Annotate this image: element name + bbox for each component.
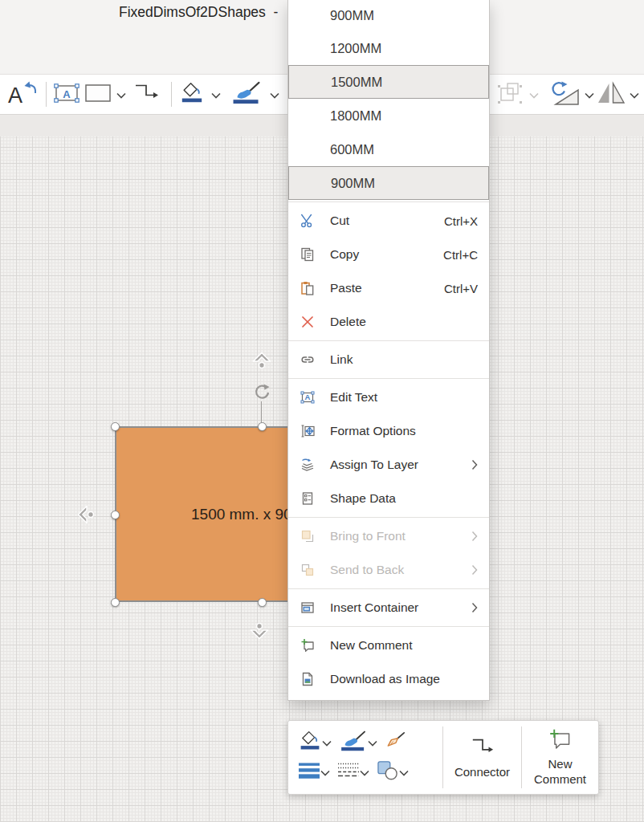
line-color-button[interactable]: [230, 75, 263, 114]
rotate-handle-icon[interactable]: [252, 383, 271, 402]
menu-item-label: Insert Container: [330, 600, 471, 615]
resize-handle-mid-left[interactable]: [111, 511, 120, 519]
menu-item-paste[interactable]: Paste Ctrl+V: [288, 271, 489, 305]
menu-item-label: Format Options: [330, 424, 478, 438]
format-icon-grid: [288, 721, 442, 794]
direction-arrow-left-icon[interactable]: [75, 503, 96, 526]
toolbar-separator: [171, 82, 172, 107]
menu-separator: [288, 626, 489, 627]
chevron-down-icon: [270, 87, 279, 102]
submenu-chevron-icon: [471, 602, 478, 613]
format-options-icon: [297, 422, 318, 440]
menu-item-new-comment[interactable]: New Comment: [288, 629, 489, 662]
resize-handle-top-center[interactable]: [258, 422, 267, 431]
rotate-dropdown[interactable]: [583, 75, 596, 114]
menu-item-copy[interactable]: Copy Ctrl+C: [288, 238, 489, 271]
menu-item-download-as-image[interactable]: Download as Image: [288, 662, 489, 696]
chevron-down-icon[interactable]: [322, 735, 332, 750]
edit-text-icon: A: [52, 82, 81, 108]
shape-data-icon: [297, 490, 318, 507]
group-dropdown[interactable]: [528, 75, 540, 114]
floating-format-toolbar: Connector New Comment: [287, 720, 599, 795]
chevron-down-icon: [211, 87, 221, 102]
size-option-1500mm[interactable]: 1500MM: [288, 65, 489, 99]
direction-arrow-down-icon[interactable]: [248, 621, 271, 641]
size-option-1800mm[interactable]: 1800MM: [288, 99, 489, 132]
menu-item-label: Delete: [330, 315, 478, 329]
menu-item-label: Copy: [330, 247, 443, 262]
connector-icon: [470, 735, 495, 763]
chevron-down-icon[interactable]: [399, 765, 409, 779]
menu-item-label: Download as Image: [330, 672, 478, 686]
size-option-900mm-b[interactable]: 900MM: [288, 166, 489, 200]
size-option-900mm[interactable]: 900MM: [288, 0, 489, 31]
menu-item-send-to-back: Send to Back: [288, 553, 489, 587]
context-menu: 900MM 1200MM 1500MM 1800MM 600MM 900MM C…: [287, 0, 490, 701]
svg-text:A: A: [305, 393, 311, 401]
menu-separator: [288, 378, 489, 379]
comment-plus-icon: [297, 637, 318, 654]
menu-item-label: Paste: [330, 281, 444, 295]
send-back-icon: [297, 561, 318, 579]
menu-item-shape-data[interactable]: Shape Data: [288, 482, 489, 515]
size-option-600mm[interactable]: 600MM: [288, 132, 489, 166]
shape-dropdown-button[interactable]: [115, 75, 128, 114]
connector-icon: [133, 82, 161, 108]
rotate-icon: [548, 79, 581, 110]
fill-color-icon: [179, 81, 205, 108]
font-style-icon: A: [6, 79, 39, 111]
rectangle-shape-button[interactable]: [84, 75, 112, 114]
group-button[interactable]: [495, 75, 525, 114]
container-icon: [297, 599, 318, 616]
shape-style-button[interactable]: [377, 760, 399, 784]
rectangle-shape-icon: [84, 83, 112, 106]
resize-handle-top-left[interactable]: [111, 422, 120, 431]
menu-item-cut[interactable]: Cut Ctrl+X: [288, 204, 489, 238]
font-style-button[interactable]: A: [5, 75, 40, 114]
menu-item-label: Assign To Layer: [330, 458, 471, 472]
connector-tool-button[interactable]: [132, 75, 162, 114]
menu-item-label: Edit Text: [330, 390, 478, 405]
menu-item-link[interactable]: Link: [288, 343, 489, 376]
format-painter-icon[interactable]: [385, 730, 407, 755]
svg-text:A: A: [8, 83, 22, 108]
flip-dropdown[interactable]: [628, 75, 641, 114]
chevron-down-icon: [529, 87, 539, 102]
submenu-chevron-icon: [471, 459, 478, 470]
direction-arrow-up-icon[interactable]: [251, 350, 273, 371]
line-weight-button[interactable]: [298, 761, 320, 783]
flip-button[interactable]: [596, 75, 626, 114]
line-color-dropdown[interactable]: [268, 75, 281, 114]
chevron-down-icon[interactable]: [320, 765, 330, 779]
image-file-icon: [297, 670, 318, 688]
submenu-chevron-icon: [471, 531, 478, 542]
resize-handle-bottom-center[interactable]: [258, 598, 267, 607]
comment-plus-icon: [548, 727, 573, 755]
menu-item-label: Cut: [330, 214, 444, 228]
resize-handle-bottom-left[interactable]: [111, 598, 120, 607]
menu-item-label: Link: [330, 352, 478, 367]
line-color-icon: [230, 80, 263, 108]
new-comment-button[interactable]: New Comment: [522, 721, 598, 794]
size-option-1200mm[interactable]: 1200MM: [288, 31, 489, 65]
fill-color-dropdown[interactable]: [210, 75, 222, 114]
chevron-down-icon[interactable]: [368, 735, 377, 750]
new-comment-button-label: New Comment: [525, 757, 596, 787]
edit-text-button[interactable]: A: [51, 75, 82, 114]
rotate-button[interactable]: [548, 75, 581, 114]
menu-item-delete[interactable]: Delete: [288, 305, 489, 339]
line-style-button[interactable]: [337, 761, 360, 783]
menu-separator: [288, 201, 489, 202]
fill-color-button[interactable]: [178, 75, 206, 114]
menu-item-label: Shape Data: [330, 491, 478, 506]
line-color-button[interactable]: [339, 730, 368, 755]
chevron-down-icon[interactable]: [360, 765, 369, 779]
fill-color-button[interactable]: [298, 730, 322, 755]
menu-item-label: New Comment: [330, 638, 478, 653]
menu-item-insert-container[interactable]: Insert Container: [288, 591, 489, 625]
bring-front-icon: [297, 527, 318, 545]
connector-button[interactable]: Connector: [443, 721, 521, 794]
menu-item-format-options[interactable]: Format Options: [288, 414, 489, 448]
menu-item-edit-text[interactable]: A Edit Text: [288, 380, 489, 414]
menu-item-assign-to-layer[interactable]: Assign To Layer: [288, 448, 489, 482]
